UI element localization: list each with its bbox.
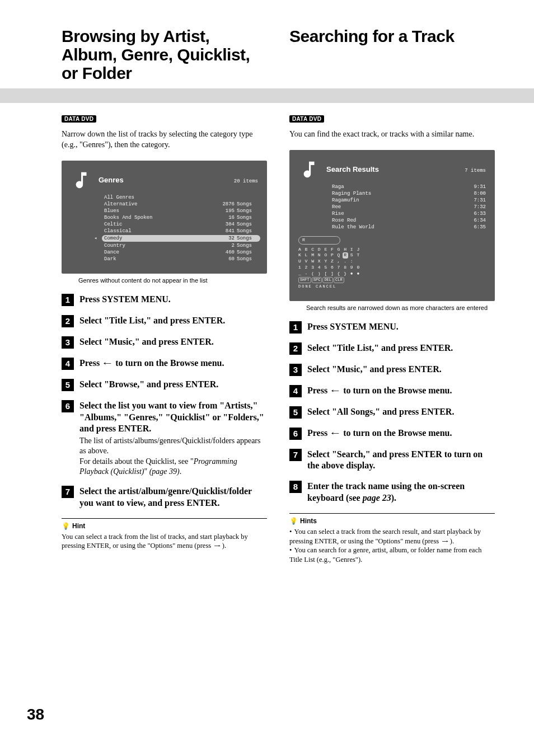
search-input-box[interactable]: R	[298, 236, 340, 245]
arrow-right-icon: →	[213, 541, 223, 551]
section-stripe	[0, 88, 534, 103]
osd-row[interactable]: Books And Spoken16Songs	[104, 214, 258, 221]
instruction-step: 7Select the artist/album/genre/Quicklist…	[62, 486, 267, 509]
osd-row[interactable]: Dark60Songs	[104, 256, 258, 262]
step-text: Select "Title List," and press ENTER.	[79, 315, 225, 327]
arrow-left-icon: ←	[329, 385, 341, 397]
left-hint-text: You can select a track from the list of …	[62, 532, 267, 551]
step-number: 4	[62, 358, 74, 370]
data-dvd-badge: DATA DVD	[289, 115, 324, 123]
step-text: Press ← to turn on the Browse menu.	[307, 385, 452, 397]
step-number: 2	[289, 342, 302, 355]
instruction-step: 3Select "Music," and press ENTER.	[289, 364, 495, 376]
page-number: 38	[27, 706, 44, 724]
search-result-row[interactable]: Rise6:33	[332, 210, 486, 217]
kb-done-cancel: DONE CANCEL	[298, 284, 486, 289]
instruction-step: 1Press SYSTEM MENU.	[62, 294, 267, 306]
step-number: 6	[62, 400, 74, 412]
instruction-step: 8Enter the track name using the on-scree…	[289, 481, 495, 504]
search-osd: Search Results 7 items Raga9:31Raging Pl…	[289, 150, 495, 301]
right-heading: Searching for a Track	[289, 27, 495, 45]
search-result-row[interactable]: Rose Red6:34	[332, 217, 486, 224]
step-text: Enter the track name using the on-screen…	[307, 481, 495, 504]
right-body: DATA DVD You can find the exact track, o…	[289, 113, 495, 565]
kb-button[interactable]: SPC	[312, 277, 322, 283]
instruction-step: 5Select "Browse," and press ENTER.	[62, 379, 267, 391]
search-result-row[interactable]: Ragamufin7:31	[332, 197, 486, 204]
hint-label: Hint	[72, 522, 85, 530]
kb-button[interactable]: CLR	[334, 277, 344, 283]
left-body: DATA DVD Narrow down the list of tracks …	[62, 113, 267, 565]
instruction-step: 2Select "Title List," and press ENTER.	[62, 315, 267, 327]
kb-buttons: SHFTSPCDELCLR	[298, 277, 486, 283]
right-osd-caption: Search results are narrowed down as more…	[306, 304, 495, 311]
music-note-icon	[71, 170, 92, 191]
arrow-right-icon: →	[441, 537, 451, 546]
kb-row: U V W X Y Z , . :	[298, 259, 486, 265]
kb-row: A B C D E F G H I J	[298, 247, 486, 253]
search-result-row[interactable]: Ree7:32	[332, 204, 486, 210]
kb-row: 1 2 3 4 5 6 7 8 9 0	[298, 265, 486, 271]
osd-row[interactable]: Comedy32Songs	[102, 235, 260, 242]
step-number: 5	[289, 406, 302, 419]
kb-button[interactable]: DEL	[322, 277, 333, 283]
step-text: Select "Title List," and press ENTER.	[307, 342, 453, 354]
osd-row[interactable]: Dance460Songs	[104, 249, 258, 256]
step-number: 3	[289, 364, 302, 376]
step-number: 8	[289, 481, 302, 493]
instruction-step: 6Select the list you want to view from "…	[62, 400, 267, 477]
bulb-icon: 💡	[62, 522, 70, 530]
osd-title: Genres	[99, 176, 124, 184]
data-dvd-badge: DATA DVD	[62, 115, 96, 123]
step-text: Select "Music," and press ENTER.	[79, 336, 214, 348]
kb-row: K L M N O P Q R S T	[298, 252, 486, 259]
step-number: 3	[62, 336, 74, 349]
instruction-step: 4Press ← to turn on the Browse menu.	[289, 385, 495, 397]
genres-osd: Genres 20 items All GenresAlternative287…	[62, 161, 267, 274]
left-osd-caption: Genres without content do not appear in …	[78, 277, 267, 284]
step-number: 4	[289, 385, 302, 397]
step-number: 5	[62, 379, 74, 391]
right-lead: You can find the exact track, or tracks …	[289, 129, 495, 140]
osd-row[interactable]: Blues195Songs	[104, 208, 258, 214]
right-hints: 💡Hints You can select a track from the s…	[289, 513, 495, 565]
osd-row[interactable]: Classical841Songs	[104, 228, 258, 234]
step-text: Press ← to turn on the Browse menu.	[307, 428, 452, 439]
step-text: Select "All Songs," and press ENTER.	[307, 406, 454, 418]
instruction-step: 2Select "Title List," and press ENTER.	[289, 342, 495, 355]
step-text: Press SYSTEM MENU.	[307, 321, 399, 333]
osd-count: 20 items	[234, 179, 258, 184]
step-number: 7	[62, 486, 74, 498]
instruction-step: 5Select "All Songs," and press ENTER.	[289, 406, 495, 419]
instruction-step: 3Select "Music," and press ENTER.	[62, 336, 267, 349]
osd-row[interactable]: Celtic304Songs	[104, 221, 258, 228]
left-hint: 💡Hint You can select a track from the li…	[62, 518, 267, 551]
left-heading: Browsing by Artist, Album, Genre, Quickl…	[62, 27, 267, 82]
kb-button[interactable]: SHFT	[298, 277, 311, 283]
bulb-icon: 💡	[289, 517, 298, 525]
arrow-left-icon: ←	[101, 358, 114, 369]
right-column-head: Searching for a Track	[289, 27, 495, 88]
step-text: Select "Browse," and press ENTER.	[79, 379, 218, 391]
hint-item: You can select a track from the search r…	[289, 527, 495, 546]
search-result-row[interactable]: Rule the World6:35	[332, 224, 486, 231]
left-lead: Narrow down the list of tracks by select…	[62, 129, 267, 151]
step-text: Select "Search," and press ENTER to turn…	[307, 449, 495, 472]
osd-title: Search Results	[326, 165, 379, 173]
instruction-step: 6Press ← to turn on the Browse menu.	[289, 428, 495, 440]
osd-row[interactable]: Alternative2876Songs	[104, 201, 258, 208]
hint-item: You can search for a genre, artist, albu…	[289, 546, 495, 565]
step-number: 2	[62, 315, 74, 327]
kb-row: _ - ( ) [ ] { } ● ●	[298, 271, 486, 277]
onscreen-keyboard: R A B C D E F G H I J K L M N O P Q R S …	[298, 236, 486, 290]
instruction-step: 7Select "Search," and press ENTER to tur…	[289, 449, 495, 472]
osd-row[interactable]: All Genres	[104, 194, 258, 201]
search-result-row[interactable]: Raging Plants8:00	[332, 190, 486, 197]
step-text: Select the list you want to view from "A…	[79, 400, 267, 477]
search-result-row[interactable]: Raga9:31	[332, 184, 486, 190]
step-text: Press ← to turn on the Browse menu.	[79, 358, 224, 369]
osd-count: 7 items	[465, 168, 486, 173]
osd-row[interactable]: Country2Songs	[104, 242, 258, 249]
instruction-step: 1Press SYSTEM MENU.	[289, 321, 495, 334]
music-note-icon	[298, 159, 320, 180]
